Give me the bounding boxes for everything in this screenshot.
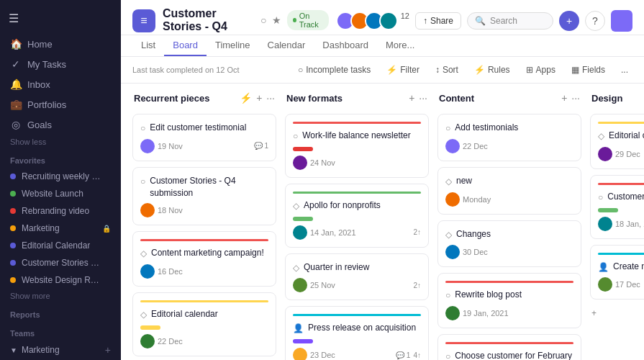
- task-card[interactable]: ◇ new Monday: [437, 167, 581, 215]
- card-avatar: [293, 348, 307, 360]
- tab-calendar[interactable]: Calendar: [259, 35, 314, 56]
- incomplete-tasks-button[interactable]: ○ Incomplete tasks: [294, 63, 375, 77]
- task-card[interactable]: ◇ Apollo for nonprofits 14 Jan, 2021 2↑: [285, 184, 429, 248]
- fields-button[interactable]: ▦ Fields: [567, 63, 609, 77]
- tab-timeline[interactable]: Timeline: [207, 35, 259, 56]
- nav-label-portfolios: Portfolios: [27, 99, 66, 110]
- card-avatar: [445, 192, 460, 207]
- on-track-dot: [293, 18, 296, 22]
- search-icon: 🔍: [475, 16, 486, 26]
- fields-icon: ▦: [571, 65, 579, 75]
- column-more[interactable]: ···: [571, 92, 580, 104]
- column-add[interactable]: +: [409, 92, 414, 104]
- card-type-icon: ◇: [293, 200, 299, 212]
- task-card[interactable]: ◇ Editorial cale... 29 Dec: [590, 114, 644, 169]
- tab-board[interactable]: Board: [164, 35, 207, 56]
- project-icon: ≡: [132, 9, 155, 32]
- fav-label: Recruiting weekly mee...: [22, 171, 101, 181]
- column-more[interactable]: ···: [266, 92, 275, 104]
- sidebar-fav-4[interactable]: Editorial Calendar: [0, 237, 121, 254]
- apps-icon: ⊞: [526, 65, 533, 75]
- card-title-text: Add testimonials: [455, 122, 518, 134]
- task-card[interactable]: ◇ Editorial calendar 22 Dec: [132, 292, 276, 356]
- card-type-icon: ◇: [140, 248, 147, 260]
- sort-label: Sort: [443, 65, 458, 75]
- task-card[interactable]: 👤 Press release on acquisition 23 Dec 💬 …: [285, 306, 429, 360]
- card-meta: 23 Dec 💬 1 4↑: [293, 348, 421, 360]
- card-date: 23 Dec: [310, 351, 335, 359]
- sidebar-fav-3[interactable]: Marketing🔒: [0, 220, 121, 237]
- show-more-button[interactable]: Show more: [0, 289, 121, 303]
- title-icon-star[interactable]: ★: [272, 14, 281, 26]
- user-avatar[interactable]: [611, 10, 632, 32]
- favorites-section-title: Favorites: [0, 149, 121, 168]
- tab-more[interactable]: More...: [377, 35, 423, 56]
- show-less-button[interactable]: Show less: [0, 135, 121, 149]
- sidebar-fav-0[interactable]: Recruiting weekly mee...: [0, 168, 121, 185]
- more-toolbar-button[interactable]: ...: [617, 63, 632, 77]
- task-card[interactable]: 👤 Create new in... 17 Dec: [590, 245, 644, 300]
- sidebar-fav-2[interactable]: Rebranding video: [0, 202, 121, 220]
- sidebar-item-my-tasks[interactable]: ✓My Tasks: [0, 54, 121, 74]
- sidebar-fav-1[interactable]: Website Launch: [0, 185, 121, 202]
- reports-section-title: Reports: [0, 303, 121, 322]
- task-card[interactable]: ○ Add testimonials 22 Dec: [437, 114, 581, 161]
- task-card[interactable]: ○ Edit customer testimonial 19 Nov 💬 1: [132, 114, 276, 161]
- hamburger-icon[interactable]: ☰: [9, 12, 19, 25]
- column-header-recurrent: Recurrent pieces ⚡ + ···: [132, 92, 276, 108]
- team-add-icon[interactable]: +: [105, 344, 111, 356]
- apps-button[interactable]: ⊞ Apps: [522, 63, 560, 77]
- sidebar-fav-5[interactable]: Customer Stories - Q4: [0, 254, 121, 271]
- sidebar-nav: 🏠Home✓My Tasks🔔Inbox💼Portfolios◎Goals: [0, 34, 121, 135]
- sidebar-item-goals[interactable]: ◎Goals: [0, 114, 121, 135]
- task-card[interactable]: ◇ Content marketing campaign! 16 Dec: [132, 231, 276, 287]
- add-card-button-design[interactable]: +: [590, 305, 644, 321]
- task-card[interactable]: ○ Work-life balance newsletter 24 Nov: [285, 114, 429, 178]
- fav-dot: [10, 208, 16, 214]
- card-title-text: Customer spo...: [607, 191, 644, 203]
- fav-label: Customer Stories - Q4: [22, 258, 101, 268]
- sidebar-fav-6[interactable]: Website Design Reque...: [0, 271, 121, 289]
- sidebar-item-inbox[interactable]: 🔔Inbox: [0, 74, 121, 94]
- share-icon: ↑: [423, 16, 427, 26]
- sort-button[interactable]: ↕ Sort: [431, 63, 463, 77]
- task-card[interactable]: ○ Customer Stories - Q4 submission 18 No…: [132, 167, 276, 226]
- search-box[interactable]: 🔍 Search: [467, 12, 553, 30]
- card-date: 19 Nov: [158, 142, 183, 150]
- card-title: ◇ Apollo for nonprofits: [293, 199, 421, 212]
- filter-button[interactable]: ⚡ Filter: [382, 63, 424, 77]
- task-card[interactable]: ○ Customer spo... 18 Jan, 2021: [590, 175, 644, 239]
- sidebar-item-home[interactable]: 🏠Home: [0, 34, 121, 54]
- card-icons: 2↑: [413, 228, 421, 236]
- card-avatar: [598, 147, 612, 161]
- toolbar: Last task completed on 12 Oct ○ Incomple…: [121, 57, 644, 84]
- card-meta: 19 Jan, 2021: [445, 306, 573, 320]
- share-button[interactable]: ↑ Share: [415, 12, 461, 30]
- card-date: 19 Jan, 2021: [463, 309, 509, 318]
- column-more[interactable]: ···: [419, 92, 427, 104]
- task-card[interactable]: ○ Choose customer for February spotlight…: [437, 334, 581, 360]
- nav-label-inbox: Inbox: [27, 79, 50, 90]
- column-design: Design + ··· ◇ Editorial cale... 29 Dec: [590, 92, 644, 321]
- fav-label: Marketing: [22, 223, 60, 233]
- add-button[interactable]: +: [559, 11, 579, 31]
- help-button[interactable]: ?: [585, 11, 605, 31]
- task-card[interactable]: ◇ Changes 30 Dec: [437, 220, 581, 268]
- tab-dashboard[interactable]: Dashboard: [314, 35, 377, 56]
- tab-list[interactable]: List: [132, 35, 164, 56]
- column-add[interactable]: +: [256, 92, 262, 104]
- task-card[interactable]: ○ Rewrite blog post 19 Jan, 2021: [437, 273, 581, 328]
- column-new-formats: New formats + ··· ○ Work-life balance ne…: [285, 92, 429, 360]
- avatar-count: 12: [401, 12, 409, 30]
- sidebar-item-portfolios[interactable]: 💼Portfolios: [0, 94, 121, 114]
- column-add[interactable]: +: [561, 92, 567, 104]
- column-title: New formats: [286, 93, 404, 104]
- fav-dot: [10, 225, 16, 231]
- card-title-text: Choose customer for February spotlight: [455, 350, 573, 360]
- team-marketing[interactable]: ▼ Marketing +: [0, 341, 121, 359]
- task-card[interactable]: ◇ Quarter in review 25 Nov 2↑: [285, 253, 429, 301]
- rules-button[interactable]: ⚡ Rules: [470, 63, 514, 77]
- card-date: 29 Dec: [615, 150, 640, 158]
- card-title-text: Changes: [456, 228, 491, 240]
- title-icon-circle[interactable]: ○: [260, 14, 266, 26]
